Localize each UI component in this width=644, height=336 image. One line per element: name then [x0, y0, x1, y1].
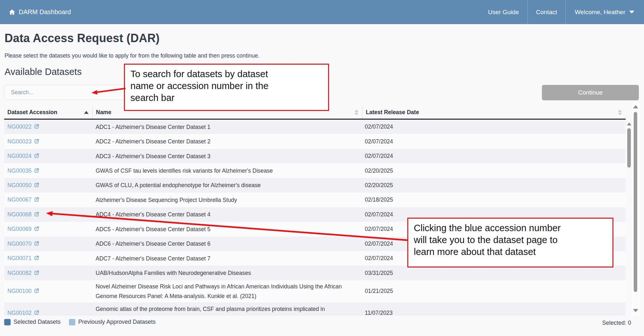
scroll-up-icon[interactable] [633, 105, 638, 108]
column-label: Name [96, 109, 111, 116]
accession-link[interactable]: NG00102 [7, 310, 39, 316]
column-header-dataset-accession[interactable]: Dataset Accession [4, 106, 92, 119]
accession-link[interactable]: NG00068 [7, 211, 39, 218]
annotation-line: search bar [130, 92, 323, 104]
legend-label: Selected Datasets [14, 319, 61, 325]
legend-item-previously-approved: Previously Approved Datasets [69, 319, 156, 325]
external-link-icon [34, 270, 39, 276]
external-link-icon [34, 153, 39, 159]
previously-approved-swatch [69, 319, 75, 325]
user-menu[interactable]: Welcome, Heather [566, 0, 644, 24]
release-date: 02/07/2024 [362, 153, 626, 159]
column-label: Latest Release Date [366, 109, 419, 116]
brand-home-link[interactable]: DARM Dashboard [0, 8, 71, 16]
external-link-icon [34, 310, 39, 315]
table-row[interactable]: NG00022 ADC1 - Alzheimer's Disease Cente… [4, 120, 626, 134]
accession-label: NG00082 [7, 270, 32, 277]
accession-label: NG00070 [7, 241, 32, 247]
navbar-links: User Guide Contact Welcome, Heather [479, 0, 644, 24]
accession-label: NG00068 [7, 211, 32, 218]
dataset-name: ADC3 - Alzheimer's Disease Center Datase… [92, 151, 362, 161]
table-scroll-up-icon[interactable] [627, 123, 631, 125]
accession-link[interactable]: NG00022 [7, 123, 39, 130]
dataset-name: Novel Alzheimer Disease Risk Loci and Pa… [92, 282, 362, 301]
continue-button[interactable]: Continue [542, 85, 639, 100]
external-link-icon [34, 168, 39, 173]
legend-label: Previously Approved Datasets [78, 319, 156, 325]
annotation-line: learn more about that dataset [414, 246, 607, 258]
accession-label: NG00035 [7, 168, 32, 174]
release-date: 11/07/2023 [362, 310, 626, 316]
dataset-name: Alzheimer's Disease Sequencing Project U… [92, 195, 362, 205]
release-date: 01/21/2025 [362, 288, 626, 295]
dataset-name: ADC1 - Alzheimer's Disease Center Datase… [92, 122, 362, 132]
accession-link[interactable]: NG00100 [7, 288, 39, 295]
brand-label: DARM Dashboard [19, 8, 71, 16]
accession-label: NG00022 [7, 123, 32, 130]
column-header-latest-release-date[interactable]: Latest Release Date [362, 106, 626, 119]
release-date: 02/18/2025 [362, 196, 626, 203]
accession-link[interactable]: NG00070 [7, 241, 39, 247]
table-row[interactable]: NG00023 ADC2 - Alzheimer's Disease Cente… [4, 134, 626, 149]
user-menu-label: Welcome, Heather [575, 9, 625, 16]
external-link-icon [34, 212, 39, 217]
accession-link[interactable]: NG00069 [7, 226, 39, 232]
nav-link-contact[interactable]: Contact [528, 0, 565, 24]
external-link-icon [34, 288, 39, 294]
scrollbar-thumb[interactable] [634, 112, 637, 292]
sort-ascending-icon [84, 111, 89, 114]
datasets-table: Dataset Accession Name Latest Release Da… [4, 106, 626, 316]
accession-link[interactable]: NG00082 [7, 270, 39, 277]
accession-link[interactable]: NG00071 [7, 255, 39, 262]
selected-datasets-swatch [4, 319, 11, 325]
accession-link[interactable]: NG00024 [7, 153, 39, 159]
table-row[interactable]: NG00050 GWAS of CLU, A potential endophe… [4, 178, 626, 193]
dataset-name: ADC6 - Alzheimer's Disease Center Datase… [92, 239, 362, 249]
accession-label: NG00067 [7, 196, 32, 203]
annotation-line: To search for datasets by dataset [130, 68, 323, 80]
accession-link[interactable]: NG00023 [7, 138, 39, 145]
release-date: 02/07/2024 [362, 123, 626, 130]
dataset-name: UAB/HudsonAlpha Families with Neurodegen… [92, 268, 362, 278]
nav-link-user-guide[interactable]: User Guide [479, 0, 527, 24]
chevron-down-icon [629, 11, 634, 14]
dataset-name: ADC2 - Alzheimer's Disease Center Datase… [92, 137, 362, 146]
dataset-name: GWAS of CSF tau levels identifies risk v… [92, 166, 362, 176]
dataset-name: Genomic atlas of the proteome from brain… [92, 302, 362, 314]
selected-count: Selected: 0 [602, 320, 631, 326]
accession-label: NG00100 [7, 288, 32, 295]
table-row[interactable]: NG00082 UAB/HudsonAlpha Families with Ne… [4, 266, 626, 280]
table-row[interactable]: NG00067 Alzheimer's Disease Sequencing P… [4, 193, 626, 207]
table-row[interactable]: NG00024 ADC3 - Alzheimer's Disease Cente… [4, 149, 626, 163]
legend-item-selected: Selected Datasets [4, 319, 61, 325]
annotation-line: name or accession number in the [130, 80, 323, 92]
external-link-icon [34, 241, 39, 246]
accession-link[interactable]: NG00050 [7, 182, 39, 189]
annotation-box-accession-help: Clicking the blue accession number will … [407, 218, 613, 268]
external-link-icon [34, 139, 39, 144]
dataset-name: ADC4 - Alzheimer's Disease Center Datase… [92, 210, 362, 219]
annotation-box-search-help: To search for datasets by dataset name o… [124, 64, 329, 111]
table-row[interactable]: NG00035 GWAS of CSF tau levels identifie… [4, 163, 626, 178]
scroll-down-icon[interactable] [633, 309, 638, 312]
page-subtitle: Please select the datasets you would lik… [5, 52, 260, 59]
accession-link[interactable]: NG00067 [7, 196, 39, 203]
release-date: 02/20/2025 [362, 168, 626, 174]
external-link-icon [34, 124, 39, 129]
dataset-name: ADC5 - Alzheimer's Disease Center Datase… [92, 224, 362, 234]
sort-icon [618, 110, 622, 115]
home-icon [9, 9, 15, 15]
accession-link[interactable]: NG00035 [7, 168, 39, 174]
table-row[interactable]: NG00102 Genomic atlas of the proteome fr… [4, 302, 626, 316]
dataset-name: ADC7 - Alzheimer's Disease Center Datase… [92, 254, 362, 263]
accession-label: NG00069 [7, 226, 32, 232]
column-label: Dataset Accession [7, 109, 57, 116]
table-row[interactable]: NG00100 Novel Alzheimer Disease Risk Loc… [4, 280, 626, 302]
accession-label: NG00071 [7, 255, 32, 262]
sort-icon [355, 110, 358, 115]
accession-label: NG00102 [7, 310, 32, 316]
table-scrollbar-thumb[interactable] [627, 128, 631, 168]
section-title: Available Datasets [5, 67, 82, 77]
legend-bar: Selected Datasets Previously Approved Da… [4, 319, 156, 325]
dataset-name: GWAS of CLU, A potential endophenotype f… [92, 180, 362, 190]
